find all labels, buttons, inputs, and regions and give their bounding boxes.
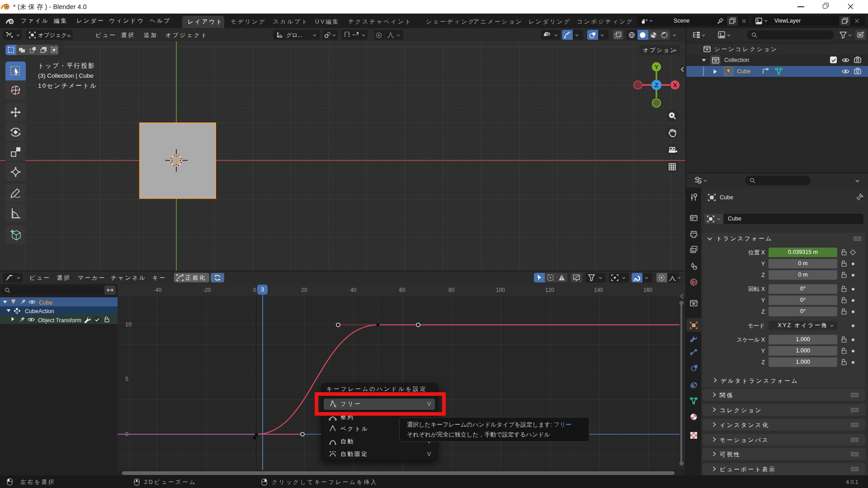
svg-text:Z: Z	[655, 82, 658, 89]
svg-text:X: X	[673, 82, 677, 89]
svg-text:Y: Y	[655, 64, 659, 70]
